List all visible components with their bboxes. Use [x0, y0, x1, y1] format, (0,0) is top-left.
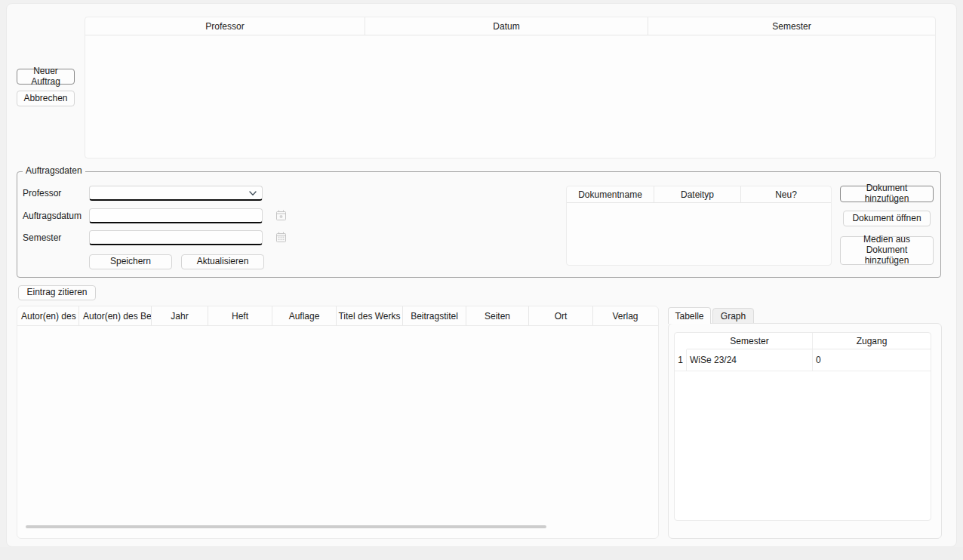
documents-column-filetype[interactable]: Dateityp: [654, 186, 741, 202]
orders-column-datum-label: Datum: [493, 21, 519, 32]
semester-stats-table: Semester Zugang 1 WiSe 23/24 0: [674, 332, 931, 521]
orders-column-semester[interactable]: Semester: [648, 17, 935, 35]
stats-row-index: 1: [675, 349, 687, 371]
citations-column-contribution-title[interactable]: Beitragstitel: [403, 306, 466, 325]
documents-column-name[interactable]: Dokumentname: [567, 186, 654, 202]
citations-column-work-title[interactable]: Titel des Werks: [337, 306, 403, 325]
citations-column-contribution-authors[interactable]: Autor(en) des Beitrags: [79, 306, 152, 325]
semester-input[interactable]: [89, 230, 263, 245]
chevron-down-icon: [248, 189, 257, 198]
documents-table-body[interactable]: [567, 203, 831, 265]
stats-row-zugang-value: 0: [816, 355, 821, 365]
stats-row-semester-cell[interactable]: WiSe 23/24: [687, 349, 813, 371]
calendar-grid-icon[interactable]: [275, 231, 288, 244]
calendar-day-icon[interactable]: [275, 209, 288, 222]
cite-entry-button[interactable]: Eintrag zitieren: [18, 285, 96, 300]
citations-column-pages[interactable]: Seiten: [466, 306, 529, 325]
stats-table-body[interactable]: [675, 371, 931, 520]
documents-column-name-label: Dokumentname: [578, 189, 642, 200]
stats-row-semester-value: WiSe 23/24: [690, 355, 737, 365]
citations-column-issue[interactable]: Heft: [208, 306, 272, 325]
stats-column-semester[interactable]: Semester: [687, 333, 813, 349]
citations-column-label: Heft: [232, 311, 248, 322]
save-button[interactable]: Speichern: [89, 254, 172, 269]
citations-column-label: Titel des Werks: [338, 311, 400, 322]
semester-label: Semester: [23, 232, 61, 243]
tab-tabelle[interactable]: Tabelle: [668, 307, 711, 324]
professor-label: Professor: [23, 188, 61, 198]
cancel-button[interactable]: Abbrechen: [17, 91, 75, 106]
horizontal-scrollbar-thumb[interactable]: [26, 525, 546, 528]
citations-column-publisher[interactable]: Verlag: [593, 306, 657, 325]
window-footer-strip: [0, 547, 963, 560]
orders-table-header: Professor Datum Semester: [85, 17, 935, 35]
orders-table-body[interactable]: [85, 35, 935, 158]
citations-column-label: Jahr: [171, 311, 188, 322]
citations-column-year[interactable]: Jahr: [152, 306, 208, 325]
refresh-button[interactable]: Aktualisieren: [181, 254, 264, 269]
citations-column-label: Verlag: [612, 311, 638, 322]
add-media-from-document-button[interactable]: Medien aus Dokument hinzufügen: [840, 236, 934, 265]
citations-column-place[interactable]: Ort: [529, 306, 593, 325]
tab-graph[interactable]: Graph: [712, 308, 754, 324]
orders-table: Professor Datum Semester: [85, 17, 936, 158]
citations-column-label: Autor(en) des Werks: [21, 311, 79, 322]
stats-column-zugang-label: Zugang: [857, 336, 888, 346]
citations-column-work-authors[interactable]: Autor(en) des Werks: [17, 306, 79, 325]
documents-table: Dokumentname Dateityp Neu?: [566, 186, 832, 266]
documents-column-new[interactable]: Neu?: [741, 186, 831, 202]
professor-combobox[interactable]: [89, 186, 263, 201]
application-window: Professor Datum Semester Neuer Auftrag A…: [0, 0, 963, 560]
documents-table-header: Dokumentname Dateityp Neu?: [567, 186, 831, 203]
documents-column-new-label: Neu?: [775, 189, 797, 200]
orders-column-professor-label: Professor: [205, 21, 244, 32]
citations-table-header: Autor(en) des Werks Autor(en) des Beitra…: [17, 306, 658, 326]
citations-column-label: Seiten: [485, 311, 510, 322]
citations-table-body[interactable]: [17, 326, 658, 518]
stats-column-zugang[interactable]: Zugang: [813, 333, 931, 349]
add-document-button[interactable]: Dokument hinzufügen: [840, 186, 934, 202]
orders-column-datum[interactable]: Datum: [365, 17, 648, 35]
groupbox-title: Auftragsdaten: [23, 165, 85, 176]
orders-column-professor[interactable]: Professor: [85, 17, 365, 35]
citations-table: Autor(en) des Werks Autor(en) des Beitra…: [17, 306, 659, 539]
order-date-label: Auftragsdatum: [23, 211, 82, 221]
citations-column-edition[interactable]: Auflage: [272, 306, 337, 325]
citations-column-label: Auflage: [289, 311, 320, 322]
stats-row-zugang-cell[interactable]: 0: [813, 349, 931, 371]
orders-column-semester-label: Semester: [772, 21, 811, 32]
stats-column-semester-label: Semester: [730, 336, 768, 346]
open-document-button[interactable]: Dokument öffnen: [843, 211, 931, 226]
citations-column-label: Autor(en) des Beitrags: [83, 311, 152, 322]
order-date-input[interactable]: [89, 208, 263, 223]
citations-column-label: Beitragstitel: [411, 311, 458, 322]
citations-column-label: Ort: [555, 311, 568, 322]
new-order-button[interactable]: Neuer Auftrag: [17, 69, 75, 85]
documents-column-filetype-label: Dateityp: [681, 189, 714, 200]
stats-corner-cell: [675, 333, 687, 349]
tab-tabelle-label: Tabelle: [675, 311, 703, 322]
tab-graph-label: Graph: [721, 311, 746, 322]
